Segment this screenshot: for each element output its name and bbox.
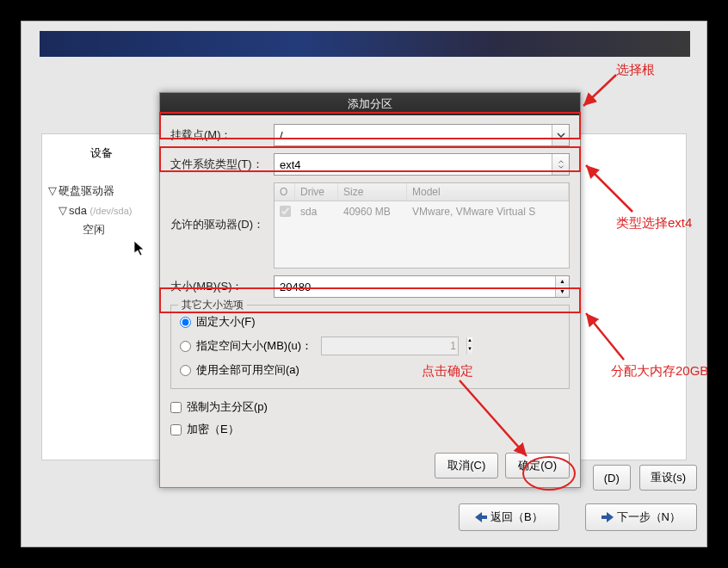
fillto-spin: ▲▼	[321, 336, 459, 355]
primary-label: 强制为主分区(p)	[187, 399, 268, 415]
updown-icon[interactable]	[552, 154, 569, 175]
row-drive: sda	[295, 203, 338, 222]
cancel-button[interactable]: 取消(C)	[435, 453, 498, 478]
tree-item-free[interactable]: 空闲	[41, 219, 162, 240]
fillto-input	[322, 337, 461, 355]
fstype-combo[interactable]: ext4	[274, 153, 570, 176]
row-size: 40960 MB	[338, 203, 407, 222]
spin-up-icon[interactable]: ▲	[556, 276, 569, 287]
chevron-down-icon[interactable]	[552, 125, 569, 145]
fstype-value: ext4	[275, 158, 552, 171]
row-checkbox	[280, 206, 291, 217]
next-label: 下一步（N）	[617, 509, 681, 525]
panel-buttons: (D) 重设(s)	[593, 465, 697, 491]
radio-fillto-label: 指定空间大小(MB)(u)：	[196, 338, 312, 354]
allowed-drives-table[interactable]: O Drive Size Model sda 40960 MB VMware, …	[274, 182, 570, 269]
add-partition-dialog: 添加分区 挂载点(M)： / 文件系统类型(T)： ext4	[159, 92, 581, 488]
back-label: 返回（B）	[490, 509, 543, 525]
size-spin[interactable]: ▲ ▼	[274, 275, 570, 298]
col-model: Model	[407, 183, 569, 201]
size-label: 大小(MB)(S)：	[170, 279, 274, 294]
dialog-title: 添加分区	[160, 93, 580, 115]
table-row[interactable]: sda 40960 MB VMware, VMware Virtual S	[275, 201, 569, 224]
table-header: O Drive Size Model	[275, 183, 569, 201]
tree-item-sda[interactable]: ▽sda (/dev/sda)	[41, 201, 162, 219]
radio-fillmax-input[interactable]	[180, 365, 191, 376]
device-column-header: 设备	[41, 140, 162, 166]
primary-check[interactable]: 强制为主分区(p)	[170, 396, 570, 418]
delete-button[interactable]: (D)	[593, 465, 631, 491]
col-drive: Drive	[295, 183, 338, 201]
device-tree: ▽硬盘驱动器 ▽sda (/dev/sda) 空闲	[41, 181, 162, 240]
nav-buttons: 返回（B） 下一步（N）	[459, 503, 697, 531]
radio-fixed-input[interactable]	[180, 317, 191, 328]
encrypt-checkbox[interactable]	[170, 424, 182, 435]
row-model: VMware, VMware Virtual S	[407, 203, 569, 222]
mount-point-value: /	[275, 129, 552, 142]
tree-label: 硬盘驱动器	[59, 184, 114, 197]
radio-fillmax[interactable]: 使用全部可用空间(a)	[180, 359, 560, 381]
fstype-label: 文件系统类型(T)：	[170, 157, 274, 172]
size-options-group: 其它大小选项 固定大小(F) 指定空间大小(MB)(u)： ▲▼ 使用全部可用空…	[170, 305, 570, 389]
col-size: Size	[338, 183, 407, 201]
arrow-left-icon	[475, 512, 487, 522]
spin-down-icon[interactable]: ▼	[556, 287, 569, 297]
radio-fillto[interactable]: 指定空间大小(MB)(u)： ▲▼	[180, 333, 560, 359]
radio-fixed-label: 固定大小(F)	[196, 314, 256, 330]
radio-fillto-input[interactable]	[180, 341, 191, 352]
encrypt-label: 加密（E）	[187, 422, 239, 437]
radio-fixed[interactable]: 固定大小(F)	[180, 311, 560, 333]
allowed-drives-label: 允许的驱动器(D)：	[170, 182, 274, 232]
banner	[40, 31, 690, 57]
group-legend: 其它大小选项	[178, 298, 247, 312]
size-input[interactable]	[275, 276, 555, 297]
ok-button[interactable]: 确定(O)	[505, 453, 570, 478]
mount-point-combo[interactable]: /	[274, 124, 570, 146]
encrypt-check[interactable]: 加密（E）	[170, 418, 570, 441]
tree-label: sda	[69, 204, 87, 217]
radio-fillmax-label: 使用全部可用空间(a)	[196, 362, 299, 378]
tree-path: (/dev/sda)	[90, 206, 133, 216]
tree-item-hdd[interactable]: ▽硬盘驱动器	[41, 181, 162, 201]
mouse-cursor	[134, 241, 146, 259]
arrow-right-icon	[602, 512, 614, 522]
next-button[interactable]: 下一步（N）	[585, 503, 697, 531]
back-button[interactable]: 返回（B）	[459, 503, 559, 531]
spin-up-icon: ▲	[467, 337, 472, 346]
col-check: O	[275, 183, 295, 201]
reset-button[interactable]: 重设(s)	[639, 465, 697, 491]
primary-checkbox[interactable]	[170, 402, 182, 413]
mount-point-label: 挂载点(M)：	[170, 127, 274, 143]
spin-down-icon: ▼	[467, 346, 472, 355]
